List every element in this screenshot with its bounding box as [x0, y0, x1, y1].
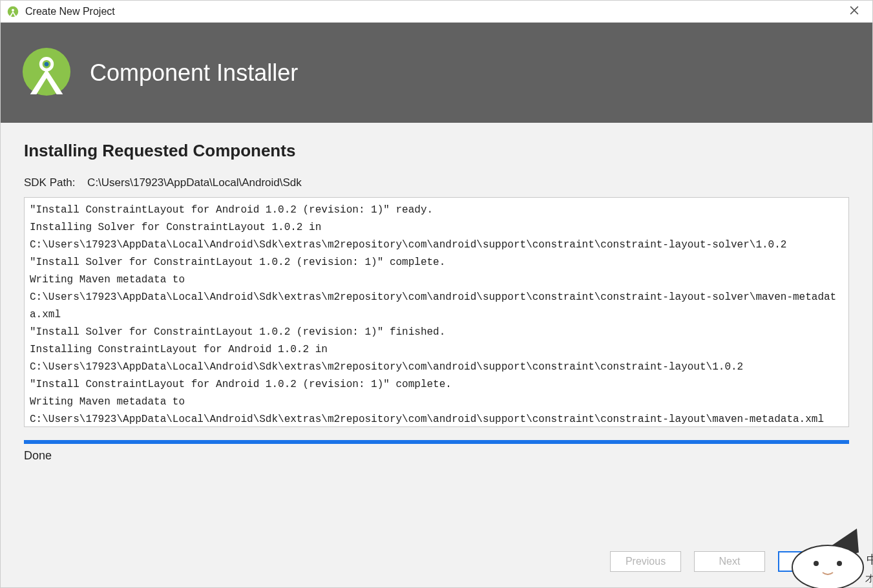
sdk-path-value: C:\Users\17923\AppData\Local\Android\Sdk	[87, 176, 302, 189]
next-button: Next	[694, 551, 765, 572]
android-studio-icon	[7, 6, 19, 17]
previous-button: Previous	[610, 551, 681, 572]
header-banner: Component Installer	[1, 23, 872, 123]
button-row: Previous Next Cancel	[1, 538, 872, 587]
dialog-window: Create New Project Component Installer I…	[0, 0, 873, 588]
content-area: Installing Requested Components SDK Path…	[1, 123, 872, 538]
sdk-path-row: SDK Path: C:\Users\17923\AppData\Local\A…	[24, 176, 849, 189]
cancel-button[interactable]: Cancel	[778, 551, 849, 572]
android-studio-logo-icon	[21, 47, 72, 100]
section-heading: Installing Requested Components	[24, 141, 849, 161]
close-icon[interactable]	[843, 5, 866, 18]
window-title: Create New Project	[25, 6, 843, 17]
sdk-path-label: SDK Path:	[24, 176, 75, 189]
svg-point-4	[45, 61, 49, 66]
page-title: Component Installer	[90, 59, 298, 87]
install-log[interactable]: "Install ConstraintLayout for Android 1.…	[24, 197, 849, 427]
titlebar: Create New Project	[1, 1, 872, 23]
status-text: Done	[24, 449, 849, 463]
progress-bar	[24, 440, 849, 444]
svg-point-1	[12, 8, 14, 11]
